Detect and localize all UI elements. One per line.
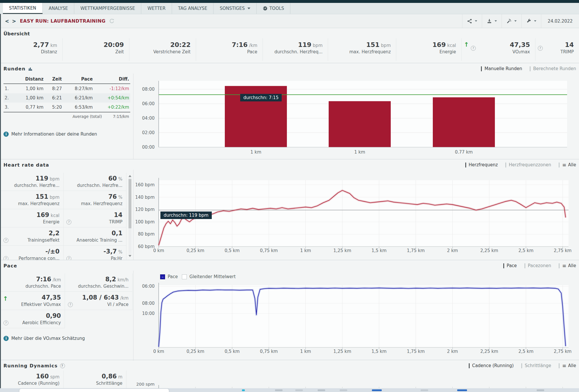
laps-heading: Runden	[3, 66, 33, 72]
pace-control-alle[interactable]: ≡Alle	[559, 263, 576, 269]
stat-value: 169kcal	[433, 41, 456, 48]
hr-stat-durchschn-herzfre-: 119bpmdurchschn. Herzfre...	[1, 173, 64, 191]
pace-stat-aerobic-efficiency: 0,90Aerobic Efficiency?	[1, 310, 65, 328]
svg-text:80 bpm: 80 bpm	[138, 231, 155, 237]
running-dynamics-control-cadence-running-[interactable]: Cadence (Running)	[469, 363, 514, 368]
svg-text:08:00: 08:00	[142, 87, 155, 92]
heart-rate-control-alle[interactable]: ≡Alle	[559, 162, 576, 168]
stat-number: 14	[565, 41, 574, 48]
running-dynamics-control-alle[interactable]: ≡Alle	[559, 363, 576, 369]
help-icon[interactable]: ?	[66, 256, 71, 260]
share-button[interactable]	[462, 14, 482, 28]
tab-sonstiges[interactable]: SONSTIGES	[213, 3, 256, 14]
stat-label: durchschn. Herzfre...	[77, 183, 122, 188]
activity-date[interactable]: 24.02.2022	[541, 14, 579, 28]
tab-statistiken[interactable]: STATISTIKEN	[3, 3, 43, 14]
vo2max-info-link[interactable]: i Mehr über die VO₂max Schätzung	[3, 336, 133, 341]
control-bar	[559, 163, 560, 167]
stat-unit: /km	[249, 43, 257, 48]
svg-text:2,75 km: 2,75 km	[554, 248, 571, 253]
legend-checkbox[interactable]	[182, 274, 187, 279]
svg-text:1 km: 1 km	[300, 349, 311, 354]
prev-activity-button[interactable]: <	[3, 18, 10, 24]
info-icon: i	[3, 132, 9, 137]
rd-stat-schrittlänge: 0,86mSchrittlänge	[64, 371, 126, 389]
heart-rate-chart[interactable]: 160 bpm140 bpm120 bpm100 bpm80 bpm60 bpm…	[133, 170, 579, 260]
tab-wettkampfergebnisse[interactable]: WETTKAMPFERGEBNISSE	[74, 3, 141, 14]
refresh-icon[interactable]	[109, 18, 115, 24]
cadence-chart[interactable]: 200 spm	[133, 371, 579, 389]
laps-pace-chart[interactable]: 08:0006:0004:0002:0000:001 km1 km0.77 km…	[133, 74, 579, 159]
pace-chart-legend: –PaceGleitender Mittelwert	[160, 274, 236, 279]
section-running-dynamics: Running Dynamics ? Cadence (Running)Schr…	[0, 360, 579, 389]
download-button[interactable]	[482, 14, 502, 28]
help-icon[interactable]: ?	[3, 238, 8, 243]
next-activity-button[interactable]: >	[10, 18, 17, 24]
activity-title: EASY RUN: LAUFBANDTRAINING	[20, 18, 106, 24]
laps-control-manuelle-runden[interactable]: Manuelle Runden	[481, 66, 522, 71]
lap-time: 5:20	[45, 103, 63, 112]
tab-label: SONSTIGES	[220, 6, 245, 11]
svg-text:1,5 km: 1,5 km	[372, 248, 387, 253]
average-tooltip: durchschn: 119 bpm	[160, 212, 212, 219]
pace-control-pacezonen[interactable]: Pacezonen	[524, 263, 551, 268]
stat-unit: %	[118, 195, 122, 200]
help-icon[interactable]: ?	[538, 46, 543, 51]
tab-label: WETTKAMPFERGEBNISSE	[80, 6, 135, 11]
hr-stat-max-herzfrequenz: 151bpmmax. Herzfrequenz	[1, 191, 64, 209]
laps-info-link[interactable]: i Mehr Informationen über deine Runden	[3, 132, 130, 137]
svg-text:1,75 km: 1,75 km	[407, 248, 425, 253]
stat-number: 169	[433, 41, 446, 48]
tab-wetter[interactable]: WETTER	[141, 3, 172, 14]
scrollbar-thumb[interactable]	[129, 179, 131, 228]
stat-number: 20:09	[104, 41, 124, 48]
tab-tools[interactable]: TOOLS	[257, 3, 291, 14]
heart-rate-control-herzfrequenzzonen[interactable]: Herzfrequenzzonen	[505, 162, 551, 167]
control-bar	[521, 363, 522, 368]
overlay-icon	[295, 389, 303, 391]
stat-unit: km/h	[117, 277, 129, 282]
pace-control-pace[interactable]: Pace	[503, 263, 517, 268]
lap-diff: -1:12/km	[94, 84, 130, 93]
svg-text:2 km: 2 km	[447, 248, 458, 253]
legend-checkbox[interactable]: –	[160, 274, 165, 279]
svg-text:1,5 km: 1,5 km	[372, 349, 387, 354]
svg-text:1,25 km: 1,25 km	[333, 349, 351, 354]
help-icon[interactable]: ?	[3, 320, 8, 325]
heart-rate-control-herzfrequenz[interactable]: Herzfrequenz	[465, 162, 498, 167]
stat-value: 60%	[108, 175, 123, 182]
share-icon	[467, 19, 472, 24]
stat-value: 2,77km	[33, 41, 57, 48]
bar-chart-icon[interactable]	[28, 66, 33, 71]
stat-label: Effektiver VO₂max	[21, 302, 61, 307]
stat-number: 1,08 / 6:43	[82, 294, 119, 301]
control-bar	[465, 163, 466, 167]
help-icon[interactable]: ?	[3, 256, 8, 260]
section-pace: Pace PacePacezonen≡Alle 7:16/kmdurchschn…	[0, 260, 579, 360]
stats-scrollbar[interactable]	[128, 174, 132, 258]
help-icon[interactable]: ?	[68, 302, 73, 307]
overview-stat-pace: 7:16/kmPace	[196, 38, 263, 61]
laps-control-berechnete-runden[interactable]: Berechnete Runden	[530, 66, 576, 71]
help-icon[interactable]: ?	[60, 363, 65, 368]
scroll-up-icon[interactable]	[128, 174, 132, 178]
help-icon[interactable]: ?	[471, 46, 476, 51]
svg-text:2,25 km: 2,25 km	[480, 248, 498, 253]
running-dynamics-control-schrittlänge[interactable]: Schrittlänge	[521, 363, 551, 368]
left-edge-border	[0, 14, 1, 392]
tab-analyse[interactable]: ANALYSE	[43, 3, 74, 14]
stat-value: 76%	[108, 193, 123, 200]
stat-unit: spm	[50, 374, 59, 380]
legend-toggle-gleitender-mittelwert[interactable]: Gleitender Mittelwert	[182, 274, 236, 279]
section-laps: Runden Manuelle RundenBerechnete Runden …	[0, 63, 579, 159]
pace-chart[interactable]: –PaceGleitender Mittelwert 06:0008:0010:…	[133, 271, 579, 361]
help-icon[interactable]: ?	[66, 220, 71, 225]
settings-button[interactable]	[521, 14, 541, 28]
scroll-down-icon[interactable]	[128, 254, 132, 258]
scrollbar-track[interactable]	[129, 178, 131, 254]
effects-button[interactable]	[502, 14, 521, 28]
legend-toggle-pace[interactable]: –Pace	[160, 274, 178, 279]
stat-value: 0,1	[112, 230, 122, 237]
stat-unit: kcal	[51, 213, 59, 218]
tab-tag-analyse[interactable]: TAG ANALYSE	[172, 3, 214, 14]
